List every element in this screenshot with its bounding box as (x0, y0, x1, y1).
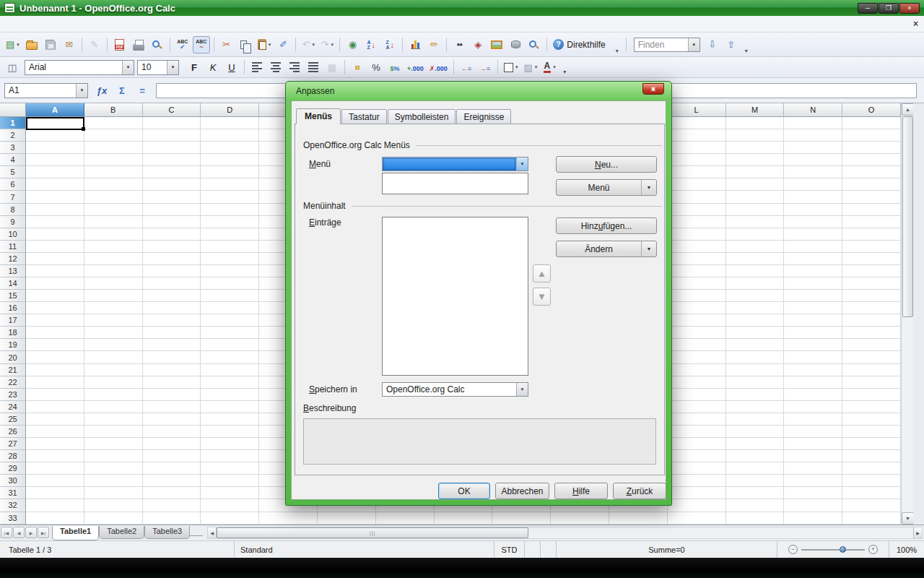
grid-cell-b19[interactable] (84, 339, 143, 351)
grid-cell-d28[interactable] (201, 450, 259, 462)
grid-cell-l21[interactable] (668, 364, 726, 376)
last-sheet-icon[interactable]: ▶| (38, 527, 49, 538)
grid-cell-o10[interactable] (842, 228, 901, 241)
grid-cell-a10[interactable] (26, 228, 84, 241)
grid-cell-b2[interactable] (84, 129, 143, 142)
grid-cell-m30[interactable] (726, 475, 785, 487)
font-size-value[interactable]: 10 (138, 61, 167, 74)
grid-cell-c28[interactable] (143, 450, 201, 462)
grid-cell-b14[interactable] (84, 277, 143, 290)
row-header-18[interactable]: 18 (0, 327, 26, 339)
minimize-icon[interactable]: ─ (858, 3, 878, 14)
maximize-icon[interactable]: ❐ (879, 3, 899, 14)
grid-cell-l24[interactable] (668, 401, 726, 413)
grid-cell-n31[interactable] (784, 487, 842, 499)
dialog-tab-mens[interactable]: Menüs (296, 108, 341, 124)
grid-cell-a32[interactable] (26, 499, 84, 512)
gallery-icon[interactable] (488, 36, 505, 53)
menu-dropdown-list[interactable] (382, 173, 528, 194)
grid-cell-n30[interactable] (784, 475, 842, 487)
grid-cell-b31[interactable] (84, 487, 143, 499)
grid-cell-d13[interactable] (201, 265, 259, 277)
grid-cell-b3[interactable] (84, 142, 143, 154)
number-format-standard-icon[interactable]: $% (386, 59, 404, 76)
grid-cell-m10[interactable] (726, 228, 785, 241)
grid-cell-a18[interactable] (26, 327, 84, 339)
grid-cell-o21[interactable] (842, 364, 901, 376)
grid-cell-b6[interactable] (84, 178, 143, 191)
background-color-icon[interactable]: ▨▾ (521, 59, 539, 76)
row-header-2[interactable]: 2 (0, 129, 26, 142)
grid-cell-c31[interactable] (143, 487, 201, 499)
grid-cell-n33[interactable] (784, 512, 842, 525)
status-selection-mode[interactable]: STD (494, 541, 525, 558)
font-color-icon[interactable]: A▾ (541, 59, 558, 76)
grid-cell-m26[interactable] (726, 426, 785, 438)
grid-cell-o25[interactable] (842, 413, 901, 426)
dialog-tab-tastatur[interactable]: Tastatur (341, 109, 387, 124)
grid-cell-d31[interactable] (201, 487, 259, 499)
zoom-slider-thumb[interactable] (840, 546, 846, 553)
grid-cell-m31[interactable] (726, 487, 785, 499)
grid-cell-a27[interactable] (26, 438, 84, 450)
grid-cell-a2[interactable] (26, 129, 84, 142)
grid-cell-n5[interactable] (784, 166, 842, 178)
grid-cell-n29[interactable] (784, 462, 842, 475)
grid-cell-d22[interactable] (201, 376, 259, 389)
grid-cell-b15[interactable] (84, 290, 143, 302)
dialog-close-icon[interactable]: × (642, 83, 664, 95)
grid-cell-b9[interactable] (84, 216, 143, 228)
print-icon[interactable] (130, 36, 147, 53)
description-textarea[interactable] (303, 418, 656, 465)
grid-cell-d17[interactable] (201, 314, 259, 327)
grid-cell-d4[interactable] (201, 154, 259, 166)
grid-cell-l17[interactable] (668, 314, 726, 327)
grid-cell-c7[interactable] (143, 191, 201, 203)
row-header-22[interactable]: 22 (0, 376, 26, 389)
find-toolbar-input[interactable]: Finden ▼ (634, 38, 700, 52)
grid-cell-d16[interactable] (201, 302, 259, 314)
modify-dropdown-icon[interactable]: ▼ (641, 241, 656, 256)
grid-cell-o28[interactable] (842, 450, 901, 462)
grid-cell-d9[interactable] (201, 216, 259, 228)
grid-cell-n22[interactable] (784, 376, 842, 389)
row-header-15[interactable]: 15 (0, 290, 26, 302)
grid-cell-n16[interactable] (784, 302, 842, 314)
grid-cell-l5[interactable] (668, 166, 726, 178)
grid-cell-n21[interactable] (784, 364, 842, 376)
grid-cell-m23[interactable] (726, 389, 785, 401)
add-decimal-place-icon[interactable]: +.000 (405, 59, 426, 76)
row-header-29[interactable]: 29 (0, 462, 26, 475)
dropdown-icon[interactable]: ▼ (516, 383, 528, 396)
grid-cell-a6[interactable] (26, 178, 84, 191)
grid-cell-m27[interactable] (726, 438, 785, 450)
grid-cell-b29[interactable] (84, 462, 143, 475)
grid-cell-b28[interactable] (84, 450, 143, 462)
grid-cell-d5[interactable] (201, 166, 259, 178)
grid-cell-l19[interactable] (668, 339, 726, 351)
grid-cell-m29[interactable] (726, 462, 785, 475)
spellcheck-icon[interactable]: ABC✔ (174, 36, 191, 53)
grid-cell-o31[interactable] (842, 487, 901, 499)
grid-cell-c1[interactable] (143, 117, 201, 129)
grid-cell-n17[interactable] (784, 314, 842, 327)
first-sheet-icon[interactable]: |◀ (1, 527, 12, 538)
grid-cell-a15[interactable] (26, 290, 84, 302)
grid-cell-a8[interactable] (26, 204, 84, 216)
row-header-30[interactable]: 30 (0, 475, 26, 487)
paste-icon[interactable]: ▾ (256, 36, 274, 53)
grid-cell-n27[interactable] (784, 438, 842, 450)
close-icon[interactable]: × (899, 3, 920, 14)
modify-button[interactable]: Ändern ▼ (556, 241, 657, 257)
grid-cell-m17[interactable] (726, 314, 785, 327)
row-header-12[interactable]: 12 (0, 253, 26, 265)
grid-cell-a28[interactable] (26, 450, 84, 462)
grid-cell-l23[interactable] (668, 389, 726, 401)
grid-cell-b11[interactable] (84, 241, 143, 253)
row-header-21[interactable]: 21 (0, 364, 26, 376)
grid-cell-o11[interactable] (842, 241, 901, 253)
grid-cell-m3[interactable] (726, 142, 785, 154)
horizontal-scrollbar-thumb[interactable]: ||| (217, 527, 528, 538)
grid-cell-c10[interactable] (143, 228, 201, 241)
grid-cell-n15[interactable] (784, 290, 842, 302)
